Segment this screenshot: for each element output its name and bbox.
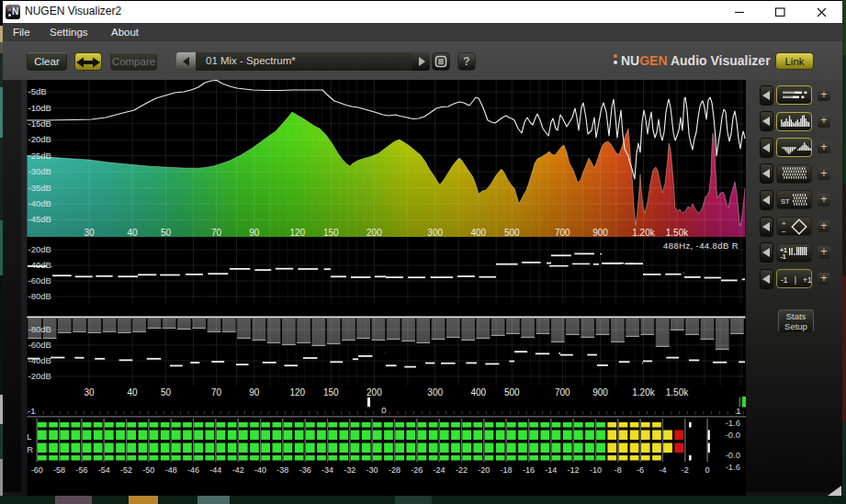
svg-text:90: 90 — [249, 387, 260, 398]
svg-text:-40dB: -40dB — [28, 260, 51, 270]
svg-text:-6: -6 — [637, 465, 644, 475]
svg-text:0: 0 — [381, 405, 386, 415]
svg-text:30: 30 — [84, 228, 95, 238]
svg-text:-45dB: -45dB — [28, 214, 51, 224]
svg-text:-42: -42 — [232, 465, 244, 475]
svg-text:50: 50 — [161, 387, 172, 398]
svg-text:500: 500 — [504, 228, 520, 238]
svg-text:-48: -48 — [165, 465, 177, 475]
svg-text:40: 40 — [128, 387, 139, 398]
svg-text:900: 900 — [592, 228, 608, 238]
svg-text:+1: +1 — [780, 247, 787, 253]
svg-text:-32: -32 — [344, 465, 355, 475]
svg-text:-28: -28 — [389, 465, 400, 475]
svg-text:400: 400 — [470, 387, 486, 398]
svg-text:30: 30 — [84, 387, 95, 398]
svg-text:-60: -60 — [31, 465, 43, 475]
svg-text:-20dB: -20dB — [28, 244, 51, 254]
svg-text:-1.6: -1.6 — [726, 418, 740, 428]
svg-text:-38: -38 — [276, 465, 288, 475]
svg-text:50: 50 — [161, 228, 172, 238]
svg-text:40: 40 — [128, 228, 139, 238]
svg-text:-2: -2 — [682, 465, 689, 475]
svg-text:-1: -1 — [28, 406, 35, 416]
svg-text:70: 70 — [211, 387, 222, 398]
svg-text:1.50k: 1.50k — [666, 387, 689, 398]
svg-text:700: 700 — [555, 228, 570, 238]
svg-text:-0.0: -0.0 — [726, 450, 740, 460]
svg-text:-8: -8 — [615, 465, 622, 475]
svg-text:300: 300 — [427, 228, 443, 238]
svg-text:400: 400 — [470, 228, 486, 238]
svg-text:488Hz, -44.8dB R: 488Hz, -44.8dB R — [663, 241, 739, 251]
svg-text:70: 70 — [211, 228, 222, 238]
svg-text:-35dB: -35dB — [28, 183, 51, 193]
svg-text:0: 0 — [705, 465, 710, 475]
svg-text:-60dB: -60dB — [28, 340, 51, 350]
svg-text:-18: -18 — [501, 465, 513, 475]
svg-text:-54: -54 — [98, 465, 110, 475]
svg-text:1.50k: 1.50k — [666, 228, 689, 238]
svg-text:-12: -12 — [568, 465, 580, 475]
svg-text:-25dB: -25dB — [28, 151, 51, 161]
svg-text:-0.0: -0.0 — [726, 430, 740, 440]
svg-text:-36: -36 — [299, 465, 311, 475]
svg-text:120: 120 — [289, 387, 305, 398]
svg-text:-26: -26 — [411, 465, 423, 475]
svg-text:-60dB: -60dB — [28, 275, 51, 286]
svg-text:1.20k: 1.20k — [632, 228, 655, 238]
svg-text:120: 120 — [289, 228, 305, 238]
svg-text:-15dB: -15dB — [28, 118, 51, 129]
svg-text:-30: -30 — [367, 465, 378, 475]
svg-text:-1.6: -1.6 — [726, 462, 740, 472]
svg-text:R: R — [27, 444, 33, 454]
svg-text:-10dB: -10dB — [28, 103, 51, 113]
svg-text:-80dB: -80dB — [28, 324, 51, 334]
svg-text:700: 700 — [555, 387, 570, 398]
svg-text:-20: -20 — [478, 465, 490, 475]
svg-text:-14: -14 — [545, 465, 557, 475]
svg-text:150: 150 — [323, 228, 339, 238]
svg-text:-22: -22 — [456, 465, 468, 475]
svg-text:-44: -44 — [209, 465, 221, 475]
svg-text:-4: -4 — [659, 465, 666, 475]
svg-text:-40: -40 — [254, 465, 266, 475]
svg-text:-46: -46 — [187, 465, 199, 475]
svg-text:300: 300 — [427, 387, 443, 398]
svg-text:-5dB: -5dB — [28, 86, 47, 96]
svg-text:-20dB: -20dB — [28, 134, 51, 144]
svg-text:-30dB: -30dB — [28, 166, 51, 176]
svg-text:ST: ST — [781, 196, 790, 205]
svg-text:-16: -16 — [523, 465, 535, 475]
svg-text:−: − — [782, 227, 786, 235]
svg-text:200: 200 — [367, 387, 382, 398]
svg-text:-1 | +1: -1 | +1 — [781, 275, 811, 285]
svg-text:900: 900 — [592, 387, 608, 398]
svg-text:-50: -50 — [142, 465, 154, 475]
svg-text:-56: -56 — [75, 465, 87, 475]
svg-text:L: L — [27, 431, 31, 442]
svg-text:-10: -10 — [590, 465, 602, 475]
svg-text:90: 90 — [249, 228, 260, 238]
svg-text:-40dB: -40dB — [28, 355, 51, 365]
svg-text:-40dB: -40dB — [28, 198, 51, 208]
svg-text:1.20k: 1.20k — [632, 387, 655, 398]
svg-text:-34: -34 — [321, 465, 333, 475]
svg-text:-52: -52 — [120, 465, 132, 475]
svg-text:-1: -1 — [780, 253, 785, 260]
svg-text:-20dB: -20dB — [28, 371, 51, 381]
svg-text:-24: -24 — [434, 465, 446, 475]
svg-text:500: 500 — [504, 387, 520, 398]
svg-text:-80dB: -80dB — [28, 291, 51, 301]
svg-text:-58: -58 — [53, 465, 65, 475]
svg-text:1: 1 — [736, 406, 740, 416]
svg-text:150: 150 — [323, 387, 339, 398]
svg-text:200: 200 — [367, 228, 382, 238]
